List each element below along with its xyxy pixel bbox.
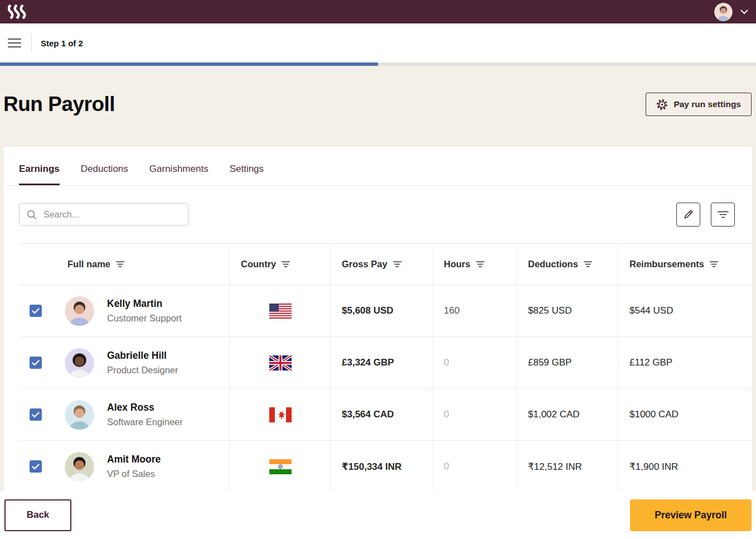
column-filter-icon[interactable] <box>584 261 592 267</box>
search-box[interactable] <box>19 203 188 226</box>
deductions-value: $825 USD <box>516 285 618 336</box>
tab-settings[interactable]: Settings <box>230 163 264 185</box>
avatar <box>65 296 94 326</box>
payroll-table: Full name Country Gross Pay Hours Deduct… <box>19 243 752 493</box>
menu-icon[interactable] <box>8 38 21 47</box>
avatar <box>65 348 94 378</box>
hours-value: 0 <box>432 441 516 492</box>
pay-run-settings-label: Pay run settings <box>673 99 741 109</box>
gross-pay-value: £3,324 GBP <box>330 337 432 388</box>
flag-in-icon <box>269 459 292 474</box>
row-checkbox[interactable] <box>30 357 42 369</box>
employee-name: Gabrielle Hill <box>107 350 178 362</box>
pencil-icon <box>683 209 694 220</box>
tab-bar: Earnings Deductions Garnishments Setting… <box>3 147 752 186</box>
tab-earnings[interactable]: Earnings <box>19 163 60 185</box>
row-checkbox[interactable] <box>30 460 42 473</box>
payroll-card: Earnings Deductions Garnishments Setting… <box>3 146 753 537</box>
search-icon <box>27 210 37 220</box>
table-row: Kelly Martin Customer Support <box>19 285 752 337</box>
gross-pay-value: ₹150,334 INR <box>330 441 432 492</box>
employee-title: VP of Sales <box>107 469 161 479</box>
search-input[interactable] <box>43 210 181 220</box>
pay-run-settings-button[interactable]: Pay run settings <box>646 93 752 116</box>
filter-icon <box>718 211 729 218</box>
rippling-logo-icon[interactable] <box>8 4 28 19</box>
column-filter-icon[interactable] <box>282 261 290 267</box>
column-label: Hours <box>444 259 471 270</box>
employee-name: Alex Ross <box>107 402 183 413</box>
column-label: Deductions <box>528 259 578 270</box>
flag-ca-icon <box>269 407 292 422</box>
column-filter-icon[interactable] <box>476 261 484 267</box>
column-label: Country <box>241 259 276 270</box>
deductions-value: $1,002 CAD <box>516 389 618 440</box>
preview-payroll-button[interactable]: Preview Payroll <box>630 499 752 531</box>
gear-icon <box>656 99 668 110</box>
edit-button[interactable] <box>676 203 700 227</box>
user-menu[interactable] <box>714 3 748 21</box>
reimbursements-value: ₹1,900 INR <box>618 441 752 492</box>
divider <box>31 33 32 52</box>
column-header-hours[interactable]: Hours <box>432 244 516 285</box>
avatar <box>65 400 94 430</box>
deductions-value: ₹12,512 INR <box>516 441 618 492</box>
reimbursements-value: $1000 CAD <box>618 389 752 440</box>
employee-title: Product Designer <box>107 365 178 376</box>
flag-gb-icon <box>269 355 292 370</box>
tab-deductions[interactable]: Deductions <box>81 163 128 185</box>
filter-button[interactable] <box>711 203 735 227</box>
row-checkbox[interactable] <box>30 305 42 317</box>
hours-value: 160 <box>432 285 516 336</box>
footer-action-bar: Back Preview Payroll <box>0 491 756 539</box>
column-filter-icon[interactable] <box>710 261 718 267</box>
column-header-full-name[interactable]: Full name <box>19 244 229 285</box>
table-row: Alex Ross Software Engineer $3,564 CAD 0… <box>19 389 752 441</box>
gross-pay-value: $3,564 CAD <box>330 389 432 440</box>
avatar <box>65 452 94 482</box>
reimbursements-value: $544 USD <box>618 285 752 336</box>
employee-name: Kelly Martin <box>107 298 182 310</box>
column-label: Gross Pay <box>342 259 387 270</box>
column-header-deductions[interactable]: Deductions <box>516 244 618 285</box>
step-bar: Step 1 of 2 <box>0 23 756 62</box>
employee-title: Software Engineer <box>107 417 183 427</box>
hours-value: 0 <box>432 389 516 440</box>
chevron-down-icon[interactable] <box>740 9 748 15</box>
main-content: Run Payroll Pay run settings Earnings De… <box>0 66 756 537</box>
column-header-reimbursements[interactable]: Reimbursements <box>618 244 752 285</box>
reimbursements-value: £112 GBP <box>618 337 752 388</box>
column-header-gross-pay[interactable]: Gross Pay <box>330 244 432 285</box>
employee-name: Amit Moore <box>107 454 161 465</box>
employee-title: Customer Support <box>107 313 182 324</box>
column-label: Reimbursements <box>629 259 704 270</box>
table-row: Gabrielle Hill Product Designer <box>19 337 752 389</box>
user-avatar[interactable] <box>714 3 733 21</box>
table-toolbar <box>3 186 752 227</box>
step-label: Step 1 of 2 <box>41 38 83 48</box>
hours-value: 0 <box>432 337 516 388</box>
tab-garnishments[interactable]: Garnishments <box>149 163 209 185</box>
column-filter-icon[interactable] <box>116 261 124 267</box>
row-checkbox[interactable] <box>30 408 42 421</box>
column-header-country[interactable]: Country <box>229 244 330 285</box>
column-filter-icon[interactable] <box>393 261 401 267</box>
column-label: Full name <box>67 259 110 270</box>
top-bar <box>0 0 756 23</box>
back-button[interactable]: Back <box>4 499 71 531</box>
table-header-row: Full name Country Gross Pay Hours Deduct… <box>19 243 752 285</box>
table-row: Amit Moore VP of Sales ₹150,334 INR 0 ₹ <box>19 441 752 493</box>
gross-pay-value: $5,608 USD <box>330 285 432 336</box>
page-title: Run Payroll <box>3 93 115 116</box>
flag-us-icon <box>269 304 292 319</box>
deductions-value: £859 GBP <box>516 337 618 388</box>
